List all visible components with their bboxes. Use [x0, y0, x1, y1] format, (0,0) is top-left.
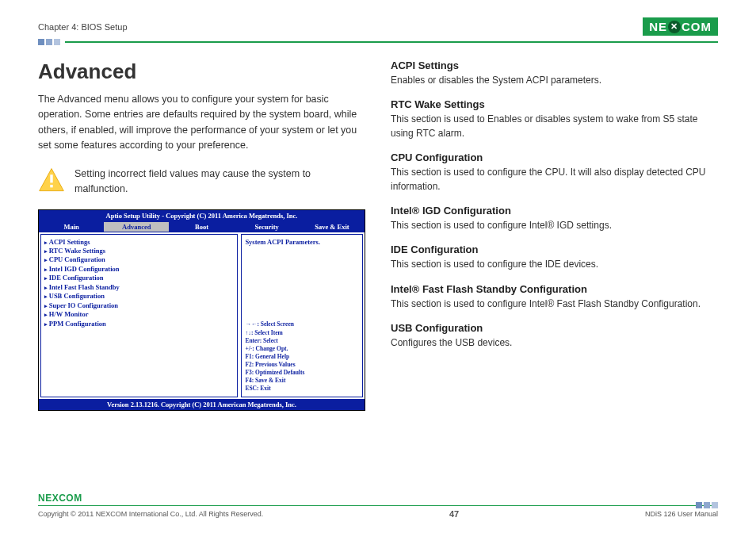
section-text: This section is used to configure Intel®…: [391, 297, 718, 311]
bios-tab-main: Main: [39, 222, 104, 232]
bios-menu-item: PPM Configuration: [44, 320, 234, 328]
intro-text: The Advanced menu allows you to configur…: [38, 92, 365, 154]
bios-menu-item: USB Configuration: [44, 292, 234, 301]
svg-rect-2: [50, 184, 52, 186]
bios-menu-item: Intel Fast Flash Standby: [44, 283, 234, 292]
section-heading: Intel® IGD Configuration: [391, 205, 718, 217]
header-rule: [38, 39, 718, 45]
section-heading: IDE Configuration: [391, 243, 718, 255]
bios-help-line: +/-: Change Opt.: [245, 345, 359, 353]
section-text: This section is used to configure the CP…: [391, 166, 718, 194]
section-cpu: CPU Configuration This section is used t…: [391, 151, 718, 194]
bios-menu-item: CPU Configuration: [44, 255, 234, 264]
bios-menu-item: Intel IGD Configuration: [44, 265, 234, 274]
page-number: 47: [449, 509, 459, 519]
section-heading: ACPI Settings: [391, 59, 718, 71]
bios-hint: System ACPI Parameters.: [245, 238, 359, 246]
bios-help-line: ESC: Exit: [245, 385, 359, 393]
chapter-label: Chapter 4: BIOS Setup: [38, 22, 128, 32]
bios-help-panel: System ACPI Parameters. →←: Select Scree…: [241, 234, 363, 397]
section-text: This section is used to configure the ID…: [391, 258, 718, 271]
bios-tab-security: Security: [235, 222, 300, 232]
footer-copyright: Copyright © 2011 NEXCOM International Co…: [38, 510, 263, 518]
bios-title-bar: Aptio Setup Utility - Copyright (C) 2011…: [39, 210, 365, 221]
warning-block: Setting incorrect field values may cause…: [38, 167, 365, 197]
page-title: Advanced: [38, 59, 365, 84]
bios-help-line: Enter: Select: [245, 337, 359, 345]
bios-tab-boot: Boot: [169, 222, 234, 232]
bios-menu-item: ACPI Settings: [44, 238, 234, 247]
bios-menu-item: IDE Configuration: [44, 274, 234, 282]
warning-icon: [38, 167, 65, 197]
section-heading: RTC Wake Settings: [391, 98, 718, 110]
bios-help-line: ↑↓: Select Item: [245, 329, 359, 337]
bios-help-line: F3: Optimized Defaults: [245, 369, 359, 377]
section-ffs: Intel® Fast Flash Standby Configuration …: [391, 283, 718, 311]
warning-text: Setting incorrect field values may cause…: [74, 167, 365, 197]
bios-help-line: F1: General Help: [245, 353, 359, 361]
section-heading: USB Configuration: [391, 322, 718, 334]
section-text: This section is used to Enables or disab…: [391, 113, 718, 140]
bios-screenshot: Aptio Setup Utility - Copyright (C) 2011…: [38, 209, 365, 411]
bios-help-line: F2: Previous Values: [245, 361, 359, 369]
footer-rule: [38, 505, 718, 506]
section-usb: USB Configuration Configures the USB dev…: [391, 322, 718, 350]
svg-rect-1: [50, 174, 52, 182]
bios-menu-item: Super IO Configuration: [44, 301, 234, 310]
bios-menu-list: ACPI Settings RTC Wake Settings CPU Conf…: [40, 234, 238, 397]
section-heading: Intel® Fast Flash Standby Configuration: [391, 283, 718, 295]
bios-help-line: →←: Select Screen: [245, 320, 359, 328]
section-rtc: RTC Wake Settings This section is used t…: [391, 98, 718, 140]
section-text: Configures the USB devices.: [391, 336, 718, 350]
bios-menu-item: H/W Monitor: [44, 310, 234, 319]
bios-tabs: Main Advanced Boot Security Save & Exit: [39, 221, 365, 232]
footer-brand: NEXCOM: [38, 493, 82, 504]
bios-tab-advanced: Advanced: [104, 222, 169, 232]
section-text: Enables or disables the System ACPI para…: [391, 74, 718, 87]
section-acpi: ACPI Settings Enables or disables the Sy…: [391, 59, 718, 87]
bios-version-bar: Version 2.13.1216. Copyright (C) 2011 Am…: [39, 399, 365, 410]
section-ide: IDE Configuration This section is used t…: [391, 243, 718, 271]
bios-help-line: F4: Save & Exit: [245, 377, 359, 385]
bios-menu-item: RTC Wake Settings: [44, 247, 234, 255]
footer-doc-title: NDiS 126 User Manual: [645, 510, 718, 518]
bios-tab-save-exit: Save & Exit: [300, 222, 365, 232]
brand-logo: NE✕COM: [643, 17, 718, 36]
section-text: This section is used to configure Intel®…: [391, 219, 718, 232]
section-heading: CPU Configuration: [391, 151, 718, 163]
section-igd: Intel® IGD Configuration This section is…: [391, 205, 718, 232]
